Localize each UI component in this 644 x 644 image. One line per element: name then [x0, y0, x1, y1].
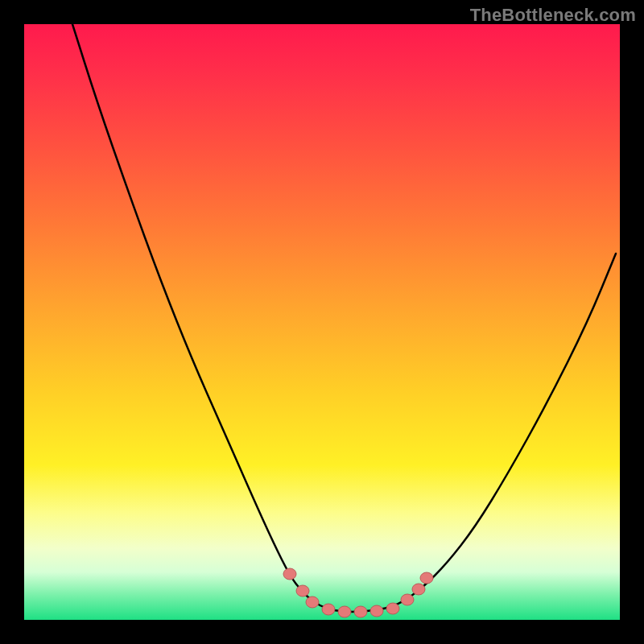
curve-dot [322, 604, 335, 615]
watermark-text: TheBottleneck.com [470, 5, 636, 26]
curve-dot [283, 568, 296, 580]
curve-dot [386, 603, 399, 614]
curve-dots-group [283, 568, 433, 617]
curve-dot [412, 584, 425, 595]
bottleneck-curve [72, 24, 616, 612]
plot-area [24, 24, 620, 620]
curve-dot [370, 605, 383, 617]
chart-frame: TheBottleneck.com [0, 0, 644, 644]
curve-dot [338, 606, 351, 617]
curve-dot [401, 594, 414, 605]
curve-dot [306, 597, 319, 608]
curve-dot [420, 572, 433, 584]
chart-svg [24, 24, 620, 620]
curve-dot [354, 606, 367, 617]
curve-dot [296, 585, 309, 597]
